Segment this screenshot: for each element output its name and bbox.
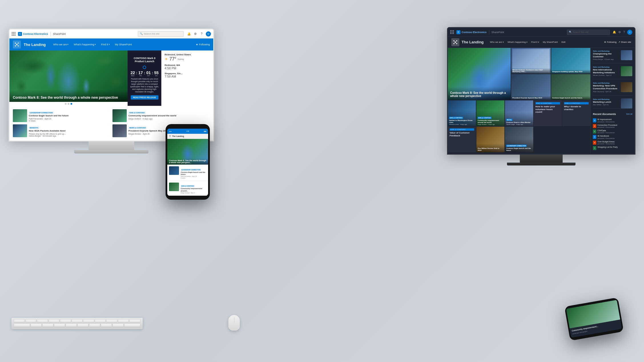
key[interactable] bbox=[31, 323, 42, 327]
phone-news-card-2[interactable]: Give @ Contoso Community empowerment aro… bbox=[167, 181, 208, 195]
mouse[interactable] bbox=[228, 315, 240, 331]
search-placeholder-right: Search this site bbox=[573, 31, 589, 33]
doc-3[interactable]: X CSATjata personal > Documents bbox=[593, 130, 632, 134]
key[interactable] bbox=[49, 319, 60, 323]
dot-1[interactable] bbox=[65, 103, 67, 105]
settings-icon[interactable]: ⚙ bbox=[193, 32, 197, 36]
help-icon-right[interactable]: ? bbox=[623, 31, 625, 34]
content-area-right: Contoso Mark 8: See the world through a … bbox=[448, 48, 635, 154]
news-cell-2[interactable]: Give @ Contoso Community empowerment aro… bbox=[476, 100, 504, 126]
waffle-icon-right[interactable] bbox=[450, 30, 454, 34]
key[interactable] bbox=[66, 323, 77, 327]
doc-icon-2: W bbox=[593, 124, 596, 128]
news-cell-8[interactable]: LEADERSHIP CONNECTION Contoso Eagle laun… bbox=[505, 127, 533, 152]
sidebar-article-4[interactable]: Sales and Marketing Marketing Lunch Alex… bbox=[593, 98, 632, 109]
search-left[interactable]: 🔍 Search this site bbox=[138, 31, 184, 37]
key[interactable] bbox=[14, 319, 25, 323]
news-card-1[interactable]: LEADERSHIP CONNECTION Contoso Eagle laun… bbox=[13, 109, 110, 122]
news-cell-6[interactable]: Give @ Contoso Value of Customer Feedbac… bbox=[448, 127, 476, 152]
key-tab[interactable] bbox=[14, 323, 30, 327]
dot-3[interactable] bbox=[71, 103, 72, 105]
sidebar-article-2[interactable]: Sales and Marketing New International Ma… bbox=[593, 66, 632, 79]
nav-who-left[interactable]: Who we are ▾ bbox=[51, 42, 71, 47]
hero-br1[interactable]: President Keynote Speech May 2019 bbox=[511, 74, 551, 100]
press-release-btn[interactable]: READ PRESS RELEASE bbox=[131, 95, 158, 100]
news-cell-5[interactable]: Give @ Contoso Why I donate to charities bbox=[562, 100, 590, 126]
key[interactable] bbox=[77, 323, 88, 327]
following-btn-left[interactable]: ★ Following bbox=[196, 43, 210, 46]
nav-find-left[interactable]: Find it ▾ bbox=[99, 42, 112, 47]
key[interactable] bbox=[118, 319, 129, 323]
see-all-link[interactable]: See all bbox=[626, 113, 632, 115]
news-cell-3[interactable]: Retail Contoso Enters a New Market Sarah… bbox=[505, 100, 533, 126]
key[interactable] bbox=[89, 323, 100, 327]
news-card-2[interactable]: Give @ Contoso Community empowerment aro… bbox=[112, 109, 210, 122]
news-tag-r2: Give @ Contoso bbox=[478, 117, 492, 119]
weather-temp-1: 77° bbox=[169, 56, 176, 62]
days-label: days bbox=[130, 75, 135, 76]
phone-time: 4:58 bbox=[186, 130, 189, 132]
news-title-r7: One Million Drones Sold in 2018 bbox=[478, 147, 503, 151]
company-logo-right[interactable]: C Contoso Electronics bbox=[456, 30, 487, 34]
nav-who-right[interactable]: Who we are ▾ bbox=[488, 40, 506, 45]
key[interactable] bbox=[25, 319, 37, 323]
nav-happening-right[interactable]: What's happening ▾ bbox=[506, 40, 529, 45]
key[interactable] bbox=[37, 319, 48, 323]
key[interactable] bbox=[112, 323, 124, 327]
following-btn-right[interactable]: ★ Following bbox=[604, 41, 617, 43]
topbar-icons-left: 🔔 ⚙ ? U bbox=[187, 31, 211, 37]
screen-right: C Contoso Electronics SharePoint 🔍 Searc… bbox=[447, 27, 635, 155]
nav-find-right[interactable]: Find it ▾ bbox=[530, 40, 541, 45]
sep-3: : bbox=[152, 71, 153, 75]
hero-tr2[interactable]: Singapore building update, May 2019 bbox=[551, 48, 591, 74]
news-title-r5: Why I donate to charities bbox=[564, 105, 589, 111]
dot-2[interactable] bbox=[68, 103, 69, 105]
news-card-3[interactable]: Benefits New 401K Packets Available Now!… bbox=[13, 124, 110, 137]
share-btn-right[interactable]: ↗ Share site bbox=[618, 41, 631, 43]
hamburger-icon[interactable]: ☰ bbox=[169, 135, 171, 137]
doc-icon-3: X bbox=[593, 130, 596, 134]
key-enter[interactable] bbox=[124, 323, 140, 327]
nav-edit-right[interactable]: Edit bbox=[560, 40, 567, 45]
doc-6[interactable]: X Shopping List for Party bbox=[593, 146, 632, 150]
bell-icon-right[interactable]: 🔔 bbox=[613, 31, 616, 34]
doc-4[interactable]: W IB Handbook personal > Documents bbox=[593, 135, 632, 139]
key[interactable] bbox=[54, 323, 65, 327]
bell-icon[interactable]: 🔔 bbox=[187, 32, 191, 36]
help-icon[interactable]: ? bbox=[200, 32, 204, 36]
company-name: Contoso Electronics bbox=[23, 33, 48, 35]
news-grid-right-1: Give @ Contoso Update to Washington Dron… bbox=[448, 100, 590, 126]
avatar-left[interactable]: U bbox=[206, 31, 211, 37]
company-logo-left[interactable]: C Contoso Electronics bbox=[18, 32, 48, 36]
hero-main-right[interactable]: Contoso Mark 8: See the world through a … bbox=[448, 48, 511, 100]
key[interactable] bbox=[106, 319, 117, 323]
news-tag-r8: LEADERSHIP CONNECTION bbox=[506, 145, 526, 147]
search-right[interactable]: 🔍 Search this site bbox=[567, 30, 610, 35]
waffle-icon[interactable] bbox=[12, 32, 16, 36]
key[interactable] bbox=[129, 319, 140, 323]
hero-tr1[interactable]: Miriam Graham, Contoso's new Chief Marke… bbox=[511, 48, 551, 74]
nav-mysp-right[interactable]: My SharePoint bbox=[541, 40, 560, 45]
nav-mysp-left[interactable]: My SharePoint bbox=[113, 42, 134, 47]
doc-5[interactable]: W Over Budget Areas: personal > Document… bbox=[593, 141, 632, 145]
sidebar-article-1[interactable]: Sales and Marketing Championing the Cust… bbox=[593, 50, 632, 63]
news-cell-7[interactable]: One Million Drones Sold in 2018 bbox=[476, 127, 504, 152]
doc-1[interactable]: W BI Improvement personal > Documents bbox=[593, 118, 632, 122]
doc-2[interactable]: W Connection Procedure personal > Docume… bbox=[593, 124, 632, 128]
nav-happening-left[interactable]: What's happening ▾ bbox=[71, 42, 98, 47]
key[interactable] bbox=[60, 319, 71, 323]
key[interactable] bbox=[72, 319, 83, 323]
key[interactable] bbox=[42, 323, 53, 327]
key[interactable] bbox=[101, 323, 112, 327]
hero-br2[interactable]: Contoso Eagle launch and the future. bbox=[551, 74, 591, 100]
news-cell-4[interactable]: Visit @ Contoso How to make your volunte… bbox=[534, 100, 562, 126]
phone-news-tag-1: LEADERSHIP CONNECTION bbox=[181, 169, 201, 171]
avatar-right[interactable]: U bbox=[627, 30, 632, 35]
doc-name-6: Shopping List for Party bbox=[597, 146, 632, 148]
key[interactable] bbox=[95, 319, 106, 323]
news-cell-1[interactable]: Give @ Contoso Update to Washington Dron… bbox=[448, 100, 476, 126]
key[interactable] bbox=[83, 319, 94, 323]
phone-news-card-1[interactable]: LEADERSHIP CONNECTION Contoso Eagle laun… bbox=[167, 165, 208, 181]
sidebar-article-3[interactable]: Sales and Marketing Marketing: New VPN C… bbox=[593, 82, 632, 95]
settings-icon-right[interactable]: ⚙ bbox=[618, 31, 621, 34]
